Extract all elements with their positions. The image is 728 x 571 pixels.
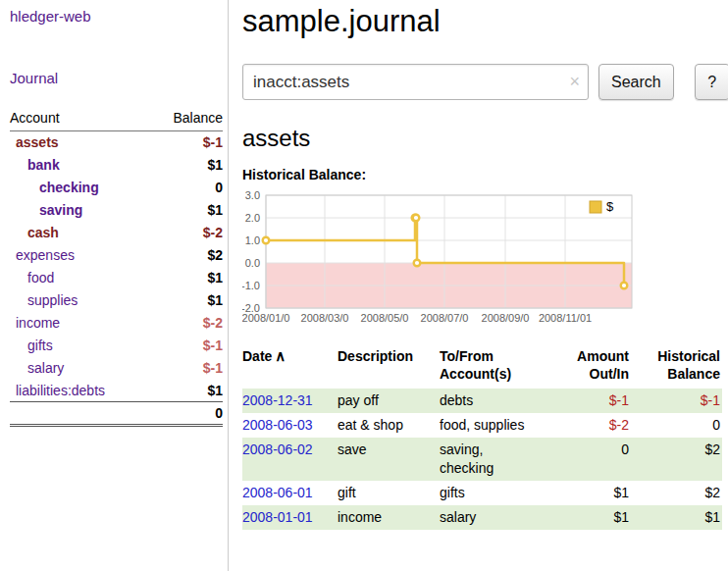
account-name-cell: liabilities:debts xyxy=(10,380,150,402)
app-root: hledger-web Journal Account Balance asse… xyxy=(0,0,728,571)
account-balance: $1 xyxy=(150,380,223,402)
account-balance: $1 xyxy=(150,154,223,177)
account-link[interactable]: supplies xyxy=(27,292,78,308)
sort-ascending-icon: ∧ xyxy=(275,347,286,364)
accounts-total-value: 0 xyxy=(150,402,223,426)
account-link[interactable]: gifts xyxy=(27,337,53,353)
transaction-balance: $2 xyxy=(629,481,722,505)
amount-header-line2: Out/In xyxy=(590,366,629,382)
transaction-date-link[interactable]: 2008-06-02 xyxy=(242,441,313,457)
transaction-accounts: food, supplies xyxy=(440,413,549,438)
account-link[interactable]: bank xyxy=(27,157,60,173)
transaction-balance: 0 xyxy=(629,413,722,438)
register-header-accounts: To/From Account(s) xyxy=(440,347,549,389)
account-link[interactable]: assets xyxy=(16,134,59,150)
register-row: 2008-06-02savesaving, checking0$2 xyxy=(242,438,722,481)
balance-header-line1: Historical xyxy=(657,348,720,364)
accounts-col-account: Account xyxy=(10,110,150,131)
account-link[interactable]: food xyxy=(27,270,54,286)
accounts-table-body: assets$-1bank$1checking0saving$1cash$-2e… xyxy=(10,131,223,402)
transaction-accounts: saving, checking xyxy=(440,438,549,481)
account-heading: assets xyxy=(242,125,728,152)
account-name-cell: gifts xyxy=(10,335,150,357)
transaction-date-link[interactable]: 2008-06-01 xyxy=(242,485,313,500)
chart-legend-swatch xyxy=(590,201,601,213)
account-balance: $-1 xyxy=(150,335,223,357)
sidebar-item-journal[interactable]: Journal xyxy=(10,70,223,86)
account-name-cell: expenses xyxy=(10,244,150,267)
main-content: sample.journal × Search ? assets Histori… xyxy=(229,0,728,571)
chart-x-tick-label: 2008/09/0 xyxy=(482,312,530,324)
account-name-cell: saving xyxy=(10,199,150,222)
transaction-amount: 0 xyxy=(549,438,629,481)
account-balance: $2 xyxy=(150,244,223,267)
register-row: 2008-01-01incomesalary$1$1 xyxy=(242,505,722,530)
account-name-cell: cash xyxy=(10,222,150,244)
accounts-header-row: Account Balance xyxy=(10,110,223,131)
accounts-header-line1: To/From xyxy=(440,348,494,364)
account-row: salary$-1 xyxy=(10,357,223,380)
register-row: 2008-06-01giftgifts$1$2 xyxy=(242,481,722,505)
transaction-accounts: salary xyxy=(440,505,549,530)
transaction-date-link[interactable]: 2008-12-31 xyxy=(242,392,313,408)
transaction-description: gift xyxy=(338,481,440,505)
search-input[interactable] xyxy=(242,64,589,100)
account-balance: $-2 xyxy=(150,222,223,244)
account-row: supplies$1 xyxy=(10,289,223,312)
register-header-row: Date∧ Description To/From Account(s) Amo… xyxy=(242,347,722,389)
account-link[interactable]: expenses xyxy=(16,247,75,263)
accounts-col-balance: Balance xyxy=(150,110,223,131)
accounts-header-line2: Account(s) xyxy=(440,366,511,382)
transaction-description: income xyxy=(338,505,440,530)
description-header-label: Description xyxy=(338,348,413,364)
chart-y-tick-label: 3.0 xyxy=(245,189,260,201)
account-link[interactable]: liabilities:debts xyxy=(16,383,105,398)
transaction-accounts: debts xyxy=(440,389,549,413)
chart-x-tick-label: 2008/05/0 xyxy=(361,312,409,324)
chart-x-tick-label: 2008/07/0 xyxy=(421,312,469,324)
accounts-total-spacer xyxy=(10,402,150,426)
account-balance: $1 xyxy=(150,289,223,312)
account-balance: $1 xyxy=(150,199,223,222)
account-link[interactable]: salary xyxy=(27,360,64,376)
transaction-amount: $1 xyxy=(549,481,629,505)
search-form: × Search ? xyxy=(242,64,728,100)
register-header-description: Description xyxy=(338,347,440,389)
account-name-cell: assets xyxy=(10,131,150,154)
account-link[interactable]: saving xyxy=(39,202,82,218)
account-row: gifts$-1 xyxy=(10,335,223,357)
transaction-date-cell: 2008-06-03 xyxy=(242,413,338,438)
account-name-cell: food xyxy=(10,267,150,289)
account-row: liabilities:debts$1 xyxy=(10,380,223,402)
account-link[interactable]: income xyxy=(16,315,60,331)
chart-y-tick-label: 2.0 xyxy=(245,212,260,224)
app-title-link[interactable]: hledger-web xyxy=(10,8,223,25)
account-row: bank$1 xyxy=(10,154,223,177)
transaction-date-link[interactable]: 2008-01-01 xyxy=(242,509,313,525)
account-link[interactable]: cash xyxy=(27,225,59,240)
help-button[interactable]: ? xyxy=(695,64,728,100)
register-table: Date∧ Description To/From Account(s) Amo… xyxy=(242,347,722,530)
clear-search-icon[interactable]: × xyxy=(569,71,580,92)
transaction-date-link[interactable]: 2008-06-03 xyxy=(242,417,313,433)
transaction-date-cell: 2008-06-01 xyxy=(242,481,338,505)
account-row: checking0 xyxy=(10,177,223,199)
account-row: income$-2 xyxy=(10,312,223,335)
account-link[interactable]: checking xyxy=(39,180,99,195)
chart-x-tick-label: 2008/03/0 xyxy=(301,312,349,324)
date-header-label: Date xyxy=(242,348,272,364)
chart-x-tick-label: 2008/01/0 xyxy=(242,312,289,324)
account-balance: $-1 xyxy=(150,131,223,154)
register-header-balance: Historical Balance xyxy=(629,347,722,389)
account-balance: $-1 xyxy=(150,357,223,380)
transaction-date-cell: 2008-06-02 xyxy=(242,438,338,481)
chart-legend-label: $ xyxy=(606,199,614,214)
account-name-cell: checking xyxy=(10,177,150,199)
sidebar: hledger-web Journal Account Balance asse… xyxy=(0,0,229,571)
register-header-date[interactable]: Date∧ xyxy=(242,347,338,389)
transaction-description: eat & shop xyxy=(338,413,440,438)
amount-header-line1: Amount xyxy=(577,348,629,364)
transaction-date-cell: 2008-01-01 xyxy=(242,505,338,530)
search-button[interactable]: Search xyxy=(598,64,674,100)
register-header-amount: Amount Out/In xyxy=(549,347,629,389)
